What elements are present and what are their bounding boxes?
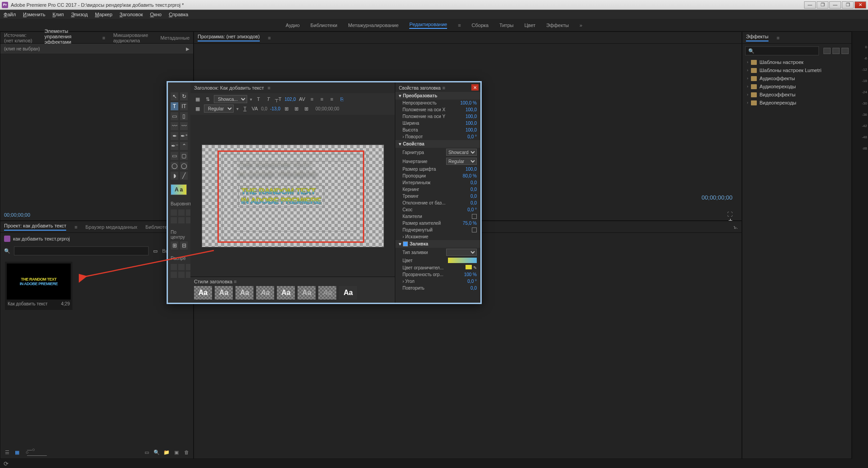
minimize-button[interactable]: — xyxy=(804,1,816,9)
menu-title[interactable]: Заголовок xyxy=(120,12,143,17)
sync-icon[interactable]: ⟳ xyxy=(4,460,9,467)
icon-view-icon[interactable]: ▦ xyxy=(14,449,20,455)
path-type-tool[interactable]: 〰 xyxy=(171,122,178,130)
font-family-select[interactable]: Showca... xyxy=(214,95,247,103)
style-6[interactable]: Aa xyxy=(298,286,316,300)
val-rotation[interactable]: 0,0 ° xyxy=(467,134,477,139)
align-left-icon[interactable]: ≡ xyxy=(308,95,316,103)
menu-sequence[interactable]: Эпизод xyxy=(71,12,88,17)
dist-1[interactable] xyxy=(171,264,177,270)
program-fullscreen-icon[interactable]: ⛶ xyxy=(727,211,732,218)
style-3[interactable]: Aa xyxy=(235,286,253,300)
val-kerning[interactable]: 0,0 xyxy=(470,187,477,192)
inner-minimize-button[interactable]: — xyxy=(829,1,841,9)
ws-editing[interactable]: Редактирование xyxy=(409,22,447,29)
tab-metadata[interactable]: Метаданные xyxy=(160,35,190,41)
ws-effects[interactable]: Эффекты xyxy=(546,23,569,28)
ws-libraries[interactable]: Библиотеки xyxy=(311,23,338,28)
val-leading[interactable]: 0,0 xyxy=(470,180,477,185)
ws-metalogging[interactable]: Метажурналирование xyxy=(348,23,398,28)
style-5[interactable]: Aa xyxy=(277,286,295,300)
val-slant[interactable]: 0,0 ° xyxy=(467,207,477,212)
menu-clip[interactable]: Клип xyxy=(53,12,64,17)
val-width[interactable]: 100,0 xyxy=(466,121,477,126)
fx-lumetri-presets[interactable]: ›Шаблоны настроек Lumetri xyxy=(744,66,850,74)
bold-icon[interactable]: T xyxy=(255,95,262,103)
inner-restore-button[interactable]: ❐ xyxy=(842,1,854,9)
style-7[interactable]: Aa xyxy=(318,286,336,300)
varea-type-tool[interactable]: ▯ xyxy=(180,112,188,120)
center-h[interactable]: ⊞ xyxy=(171,241,178,250)
new-bin-icon[interactable]: 📁 xyxy=(163,449,170,455)
fx-filter-yuv[interactable] xyxy=(841,48,849,54)
ws-more[interactable]: » xyxy=(579,23,582,28)
font-dropdown-icon[interactable]: ▾ xyxy=(250,97,252,102)
zoom-slider[interactable]: —○———— xyxy=(34,449,40,455)
prop-font-style[interactable]: Regular xyxy=(446,158,477,165)
styles-menu[interactable]: ≡ xyxy=(234,279,236,284)
val-opacity[interactable]: 100,0 % xyxy=(460,100,477,105)
props-menu[interactable]: ≡ xyxy=(443,85,445,91)
val-tracking[interactable]: 0,0 xyxy=(470,194,477,199)
color-swatch[interactable]: A a xyxy=(171,184,187,195)
ws-audio[interactable]: Аудио xyxy=(286,23,300,28)
wedge-tool[interactable]: ◯ xyxy=(171,162,178,170)
pen-tool[interactable]: ✒ xyxy=(171,132,178,140)
search-clear-icon[interactable]: ▭ xyxy=(152,248,158,254)
eyedropper-icon[interactable]: ✎ xyxy=(473,265,477,270)
val-aspect[interactable]: 80,0 % xyxy=(463,173,477,178)
distribute-1[interactable]: ⊞ xyxy=(283,105,290,112)
chk-fill[interactable] xyxy=(403,241,408,246)
align-1[interactable] xyxy=(171,209,177,216)
menu-marker[interactable]: Маркер xyxy=(95,12,113,17)
style-4[interactable]: Aa xyxy=(256,286,274,300)
align-right-icon[interactable]: ≡ xyxy=(328,95,335,103)
rect-tool[interactable]: ▭ xyxy=(171,152,178,160)
fx-audio-transitions[interactable]: ›Аудиопереходы xyxy=(744,82,850,91)
align-2[interactable] xyxy=(178,209,185,216)
chk-underline[interactable] xyxy=(472,227,477,232)
val-repeat[interactable]: 0,0 xyxy=(470,286,477,291)
project-item[interactable]: THE RANDOM TEXT IN ADOBE PREMIERE Как до… xyxy=(5,262,72,310)
title-tab[interactable]: Заголовок: Как добавить текст xyxy=(194,85,264,91)
clip-selector[interactable]: (клип не выбран) ▶ xyxy=(0,44,193,54)
program-tab-menu[interactable]: ≡ xyxy=(268,35,271,41)
line-tool[interactable]: ╱ xyxy=(180,172,188,180)
sec-transform[interactable]: Преобразовать xyxy=(403,93,437,98)
fx-video-effects[interactable]: ›Видеоэффекты xyxy=(744,91,850,99)
menu-window[interactable]: Окно xyxy=(150,12,162,17)
stroke-color-swatch[interactable] xyxy=(466,265,472,269)
val-strokeopacity[interactable]: 100 % xyxy=(464,272,477,277)
effects-tab-menu[interactable]: ≡ xyxy=(777,35,779,41)
ws-color[interactable]: Цвет xyxy=(524,23,536,28)
round-rect-tool[interactable]: ▢ xyxy=(180,152,188,160)
fx-video-transitions[interactable]: ›Видеопереходы xyxy=(744,99,850,107)
vtype-tool[interactable]: IT xyxy=(180,102,188,110)
dist-5[interactable] xyxy=(178,272,185,278)
chk-smallcaps[interactable] xyxy=(472,214,477,219)
tab-effects[interactable]: Эффекты xyxy=(746,34,769,41)
new-item-icon[interactable]: ▣ xyxy=(173,449,180,455)
weight-dropdown-icon[interactable]: ▾ xyxy=(236,106,239,111)
area-type-tool[interactable]: ▭ xyxy=(171,112,178,120)
program-timecode[interactable]: 00;00;00;00 xyxy=(701,194,732,201)
tab-media-browser[interactable]: Браузер медиаданных xyxy=(86,224,137,230)
selection-tool[interactable]: ↖ xyxy=(171,92,178,100)
fill-color-swatch[interactable] xyxy=(448,258,477,263)
val-smallcapsize[interactable]: 75,0 % xyxy=(463,221,477,226)
sec-properties[interactable]: Свойства xyxy=(403,141,425,146)
menu-edit[interactable]: Изменить xyxy=(23,12,45,17)
arc-tool[interactable]: ◗ xyxy=(171,172,178,180)
clip-play-icon[interactable]: ▶ xyxy=(186,46,190,51)
convert-anchor-tool[interactable]: ⌃ xyxy=(180,142,188,150)
templates-icon[interactable]: ▦ xyxy=(194,105,201,112)
val-posy[interactable]: 100,0 xyxy=(466,114,477,119)
font-weight-select[interactable]: Regular xyxy=(204,105,234,113)
val-baseline[interactable]: 0,0 xyxy=(470,200,477,205)
project-search-input[interactable] xyxy=(14,246,149,255)
effect-controls-menu[interactable]: ≡ xyxy=(102,35,105,41)
delete-anchor-tool[interactable]: ✒⁻ xyxy=(171,142,178,150)
kerning-icon[interactable]: AV xyxy=(298,95,306,103)
val-angle[interactable]: 0,0 ° xyxy=(467,279,477,284)
tab-audio-mixer[interactable]: Микширование аудиоклипа xyxy=(113,32,153,43)
